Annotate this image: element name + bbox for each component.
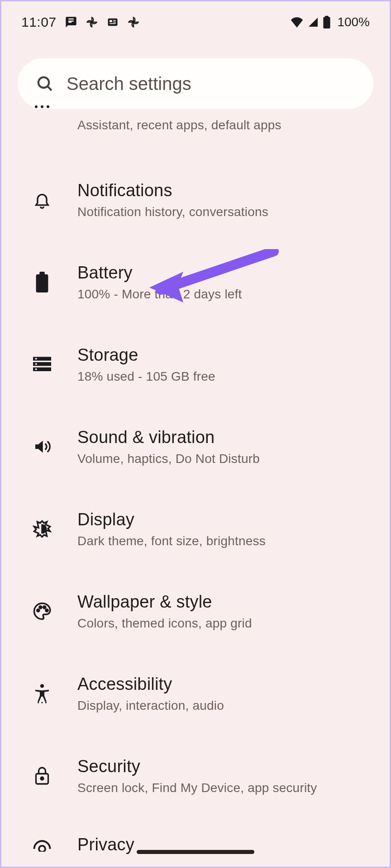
item-title: Display [77, 510, 373, 529]
settings-item-display[interactable]: Display Dark theme, font size, brightnes… [1, 488, 390, 570]
svg-point-22 [43, 606, 46, 609]
svg-point-23 [46, 609, 48, 612]
svg-point-25 [38, 702, 39, 703]
bell-icon [29, 190, 56, 210]
storage-icon [29, 357, 56, 372]
battery-icon [29, 272, 56, 292]
search-bar[interactable]: Search settings [18, 58, 373, 109]
svg-rect-13 [39, 272, 45, 275]
item-subtitle: Notification history, conversations [77, 205, 373, 219]
settings-item-wallpaper[interactable]: Wallpaper & style Colors, themed icons, … [1, 570, 390, 652]
svg-point-10 [41, 105, 43, 108]
settings-item-storage[interactable]: Storage 18% used - 105 GB free [1, 323, 390, 406]
item-title: Accessibility [77, 675, 373, 694]
svg-point-19 [35, 368, 37, 370]
item-subtitle: Screen lock, Find My Device, app securit… [77, 781, 373, 795]
settings-item-notifications[interactable]: Notifications Notification history, conv… [1, 159, 390, 241]
item-subtitle: Colors, themed icons, app grid [77, 616, 373, 631]
search-icon [36, 75, 54, 93]
svg-point-18 [35, 363, 37, 365]
item-subtitle: Display, interaction, audio [77, 698, 373, 713]
clock: 11:07 [21, 14, 57, 30]
speaker-icon [29, 438, 56, 456]
battery-status-icon [323, 16, 331, 28]
svg-rect-2 [113, 20, 116, 21]
item-subtitle: Assistant, recent apps, default apps [77, 118, 373, 132]
svg-rect-0 [108, 19, 117, 26]
settings-item-sound[interactable]: Sound & vibration Volume, haptics, Do No… [1, 406, 390, 488]
svg-line-8 [48, 86, 52, 90]
svg-rect-12 [36, 274, 48, 292]
svg-point-9 [35, 105, 38, 108]
item-subtitle: Volume, haptics, Do Not Disturb [77, 452, 373, 466]
settings-item-security[interactable]: Security Screen lock, Find My Device, ap… [1, 735, 390, 817]
svg-point-30 [39, 845, 45, 851]
cell-signal-icon [307, 17, 319, 28]
svg-rect-4 [110, 23, 116, 24]
privacy-icon [29, 838, 56, 852]
svg-rect-6 [325, 16, 329, 18]
pinwheel-notif-icon-2 [127, 16, 140, 28]
svg-point-7 [38, 77, 49, 88]
search-placeholder: Search settings [67, 74, 191, 94]
settings-item-privacy[interactable]: Privacy [1, 817, 390, 854]
lock-icon [29, 766, 56, 786]
wifi-icon [290, 17, 304, 28]
svg-point-29 [41, 777, 43, 780]
item-title: Battery [77, 263, 373, 283]
svg-point-11 [47, 105, 49, 108]
settings-item-apps[interactable]: Assistant, recent apps, default apps [1, 113, 390, 159]
item-title: Sound & vibration [77, 428, 373, 447]
palette-icon [29, 602, 56, 621]
svg-rect-5 [324, 17, 330, 28]
item-subtitle: 100% - More than 2 days left [77, 287, 373, 302]
svg-point-24 [40, 684, 44, 688]
messages-notif-icon [65, 16, 77, 28]
settings-item-battery[interactable]: Battery 100% - More than 2 days left [1, 241, 390, 323]
item-title: Notifications [77, 181, 373, 200]
svg-rect-1 [110, 20, 112, 22]
settings-list: Assistant, recent apps, default apps Not… [1, 109, 390, 854]
brightness-icon [29, 519, 56, 538]
news-notif-icon [106, 16, 119, 28]
svg-point-20 [37, 609, 39, 612]
svg-point-27 [45, 702, 47, 703]
item-subtitle: Dark theme, font size, brightness [77, 534, 373, 548]
gesture-navigation-bar[interactable] [137, 850, 254, 854]
svg-point-26 [41, 702, 43, 703]
battery-percent: 100% [337, 15, 370, 29]
item-subtitle: 18% used - 105 GB free [77, 369, 373, 384]
item-title: Storage [77, 345, 373, 365]
svg-point-17 [35, 358, 37, 360]
pinwheel-notif-icon [86, 16, 98, 28]
item-title: Security [77, 757, 373, 776]
svg-point-21 [39, 606, 42, 609]
status-bar: 11:07 100% [1, 1, 390, 38]
apps-icon [29, 104, 56, 110]
svg-rect-3 [113, 22, 116, 23]
accessibility-icon [29, 683, 56, 704]
item-title: Wallpaper & style [77, 592, 373, 612]
settings-item-accessibility[interactable]: Accessibility Display, interaction, audi… [1, 652, 390, 735]
